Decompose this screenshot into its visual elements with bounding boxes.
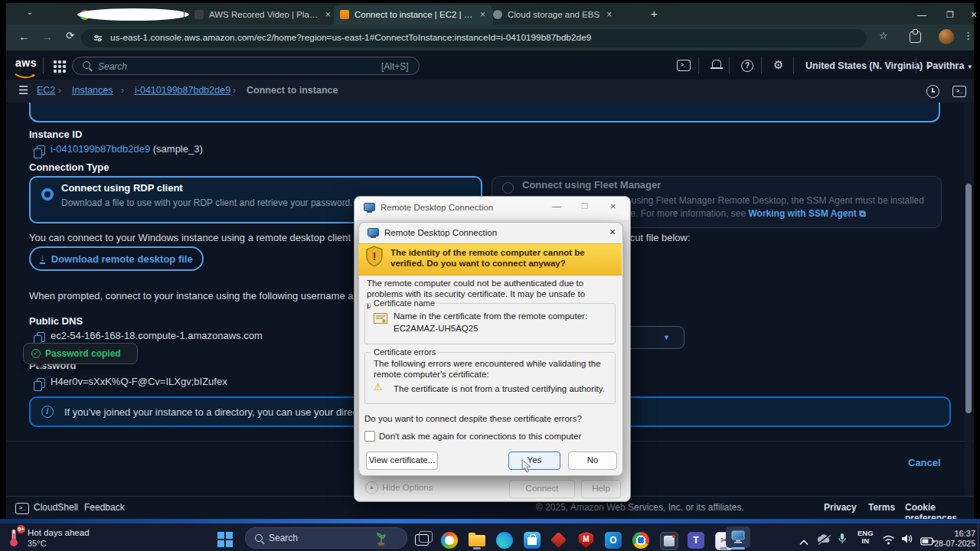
divider (916, 57, 916, 73)
tab-search-icon[interactable]: ⌄ (23, 8, 37, 20)
profile-avatar[interactable] (939, 29, 954, 44)
tray-chevron-up-icon[interactable] (799, 535, 808, 549)
photos-icon[interactable] (660, 532, 678, 550)
close-tab-icon[interactable]: × (324, 9, 332, 20)
extensions-icon[interactable] (910, 31, 921, 43)
scrollbar-thumb[interactable] (965, 184, 972, 413)
help-button[interactable]: Help (581, 480, 621, 498)
close-tab-icon[interactable]: × (605, 9, 613, 20)
certificate-error-item: The certificate is not from a trusted ce… (394, 383, 605, 394)
check-circle-icon: ✓ (31, 349, 41, 358)
task-view-icon[interactable] (415, 534, 429, 546)
svg-text:!: ! (373, 249, 377, 262)
refresh-icon[interactable]: ⟳ (66, 30, 74, 41)
session-timer-icon[interactable] (926, 85, 939, 98)
onedrive-paused-icon[interactable] (816, 534, 831, 548)
language-indicator[interactable]: ENGIN (858, 530, 874, 545)
new-tab-button[interactable]: + (651, 7, 658, 20)
window-maximize-button[interactable]: ❐ (946, 10, 954, 20)
tray-clock[interactable]: 16:37 28-07-2025 (933, 529, 975, 549)
download-rdp-file-button[interactable]: ↓Download remote desktop file (29, 246, 204, 271)
microphone-icon[interactable] (838, 533, 847, 548)
footer-privacy-link[interactable]: Privacy (824, 502, 857, 513)
teams-icon[interactable]: T (688, 532, 704, 549)
copy-icon[interactable] (37, 145, 45, 155)
ssm-agent-link[interactable]: Working with SSM Agent (749, 208, 857, 219)
chrome-icon[interactable] (632, 532, 649, 549)
footer-terms-link[interactable]: Terms (868, 502, 895, 513)
breadcrumb-ec2[interactable]: EC2 (37, 85, 55, 96)
volume-icon[interactable] (901, 533, 913, 547)
chevron-down-icon: ▼ (663, 334, 670, 341)
warning-triangle-icon: ⚠ (374, 381, 383, 393)
copy-icon[interactable] (37, 332, 45, 342)
footer-feedback[interactable]: Feedback (84, 502, 125, 513)
copilot-icon[interactable] (441, 532, 458, 549)
radio-unselected-icon[interactable] (502, 182, 514, 194)
edge-browser-icon[interactable] (496, 532, 513, 549)
search-highlight-plant-icon (374, 530, 388, 548)
microsoft-store-icon[interactable] (524, 532, 541, 549)
hide-options-icon[interactable]: ▲ (365, 481, 378, 494)
tab-title: Connect to instance | EC2 | us-e (354, 10, 473, 19)
maximize-icon[interactable]: ❐ (581, 202, 588, 210)
cloudshell-icon[interactable]: >_ (677, 60, 691, 71)
taskbar-search-box[interactable]: Search (245, 527, 407, 549)
search-placeholder: Search (98, 61, 127, 72)
hide-options-label[interactable]: Hide Options (382, 483, 433, 492)
hamburger-menu-icon[interactable]: ☰ (18, 83, 28, 97)
tab-connect-to-instance[interactable]: Connect to instance | EC2 | us-e × (334, 5, 493, 24)
footer-cloudshell[interactable]: CloudShell (34, 502, 78, 513)
yes-button[interactable]: Yes (508, 452, 560, 470)
help-icon[interactable]: ? (741, 60, 753, 72)
cancel-button[interactable]: Cancel (908, 457, 941, 468)
file-explorer-icon[interactable] (469, 535, 485, 546)
outlook-icon[interactable]: O (605, 532, 622, 549)
notifications-bell-icon[interactable] (712, 60, 721, 67)
radio-selected-icon[interactable] (41, 188, 54, 201)
copy-icon[interactable] (37, 378, 45, 388)
site-settings-icon[interactable] (93, 32, 103, 41)
bookmark-star-icon[interactable]: ☆ (879, 30, 888, 41)
divider (793, 57, 794, 73)
wifi-icon[interactable] (882, 534, 895, 548)
external-link-icon: ⧉ (857, 208, 866, 219)
tab-aws-video[interactable]: AWS Recored Video | Playbook × (188, 5, 338, 24)
window-close-button[interactable]: × (971, 8, 977, 21)
tab-copilot[interactable]: Microsoft Copilot: Your AI comp × (74, 5, 193, 24)
tab-cloud-storage[interactable]: Cloud storage and EBS × (487, 5, 648, 24)
back-window-titlebar[interactable]: Remote Desktop Connection — ❐ × (354, 197, 629, 220)
running-indicator (720, 547, 727, 549)
settings-gear-icon[interactable]: ⚙ (773, 58, 783, 72)
start-button-icon[interactable] (217, 532, 233, 550)
terminal-icon[interactable]: >_ (952, 86, 966, 97)
browser-menu-icon[interactable]: ⋮ (963, 30, 973, 41)
services-grid-icon[interactable] (54, 60, 57, 64)
forward-icon[interactable]: → (41, 30, 53, 43)
close-tab-icon[interactable]: × (479, 9, 487, 20)
aws-logo[interactable]: aws (15, 57, 37, 69)
connect-button[interactable]: Connect (509, 480, 575, 498)
view-certificate-button[interactable]: View certificate... (366, 452, 438, 470)
no-button[interactable]: No (568, 452, 617, 470)
breadcrumb-instances[interactable]: Instances (72, 85, 113, 96)
cloudshell-icon[interactable]: >_ (15, 503, 29, 514)
dont-ask-checkbox[interactable] (364, 431, 375, 442)
rdp-taskbar-button[interactable] (726, 527, 750, 548)
copilot-favicon-icon (80, 10, 90, 20)
breadcrumb-instance-id[interactable]: i-0410199b87bdb2de9 (135, 85, 230, 96)
region-selector[interactable]: United States (N. Virginia) ▼ (805, 60, 932, 71)
window-minimize-button[interactable]: — (917, 10, 926, 21)
search-icon (83, 61, 90, 69)
close-icon[interactable]: × (610, 201, 616, 212)
minimize-icon[interactable]: — (552, 201, 561, 212)
instance-id-link[interactable]: i-0410199b87bdb2de9 (51, 143, 150, 155)
close-icon[interactable]: × (609, 226, 616, 238)
back-icon[interactable]: ← (18, 30, 30, 43)
dialog-titlebar[interactable]: Remote Desktop Connection × (358, 222, 622, 243)
browser-tab-bar: ⌄ Microsoft Copilot: Your AI comp × AWS … (6, 3, 974, 24)
dont-ask-checkbox-label[interactable]: Don't ask me again for connections to th… (379, 431, 581, 442)
show-desktop-button[interactable] (978, 523, 978, 551)
account-menu[interactable]: Pavithra ▼ (926, 60, 973, 71)
instance-id-label: Instance ID (29, 129, 82, 140)
